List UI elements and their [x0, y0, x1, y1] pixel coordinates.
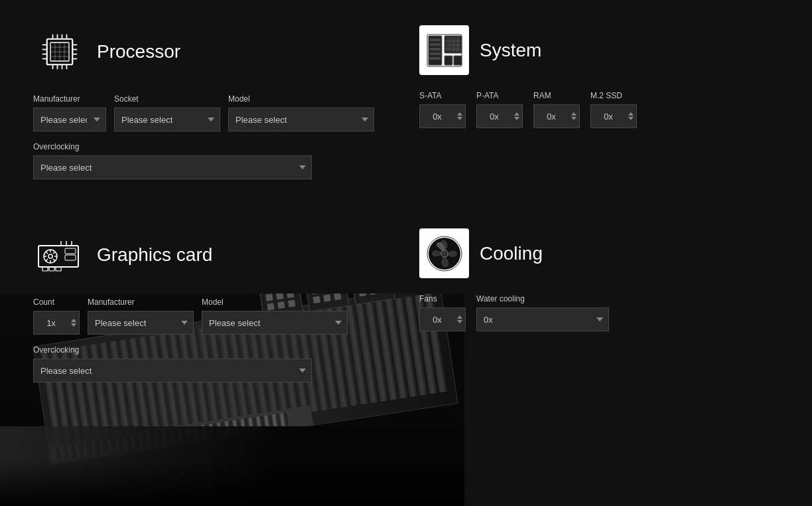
svg-line-51: [46, 259, 48, 261]
graphics-manufacturer-label: Manufacturer: [88, 297, 194, 307]
processor-overclocking-label: Overclocking: [33, 142, 312, 151]
svg-rect-32: [446, 37, 460, 52]
cooling-water-group: Water cooling 0x 1x 2x: [476, 294, 609, 331]
graphics-manufacturer-group: Manufacturer Please select: [88, 297, 194, 335]
system-section: System S-ATA 0x 1x 2x 4x 8x P-ATA 0x 1x …: [406, 13, 792, 203]
system-m2ssd-select[interactable]: 0x 1x 2x: [590, 104, 637, 128]
system-sata-select[interactable]: 0x 1x 2x 4x 8x: [419, 104, 466, 128]
system-title: System: [480, 40, 541, 61]
processor-icon: [33, 25, 86, 78]
cooling-fans-group: Fans 0x 1x 2x 3x 4x: [419, 294, 466, 331]
svg-rect-30: [430, 57, 440, 60]
graphics-overclocking-group: Overclocking Please select: [33, 345, 312, 382]
graphics-title: Graphics card: [97, 244, 212, 266]
system-icon: [419, 25, 469, 75]
system-header: System: [419, 25, 779, 75]
system-m2ssd-label: M.2 SSD: [590, 91, 637, 100]
svg-point-43: [48, 254, 52, 258]
cooling-icon: [419, 228, 469, 278]
graphics-fields-row2: Overclocking Please select: [33, 345, 393, 382]
processor-section: Processor Manufacturer Please select Soc…: [20, 13, 406, 203]
svg-line-50: [53, 252, 55, 254]
system-fields-row: S-ATA 0x 1x 2x 4x 8x P-ATA 0x 1x 2x RAM: [419, 91, 779, 128]
processor-fields-row2: Overclocking Please select: [33, 142, 393, 179]
cooling-water-label: Water cooling: [476, 294, 609, 303]
svg-rect-28: [430, 48, 440, 50]
graphics-model-label: Model: [202, 297, 348, 307]
cooling-header: Cooling: [419, 228, 779, 278]
system-pata-label: P-ATA: [476, 91, 523, 100]
cooling-fields-row: Fans 0x 1x 2x 3x 4x Water cooling 0x 1x …: [419, 294, 779, 331]
graphics-fields-row1: Count 1x 2x 3x 4x Manufacturer Please se…: [33, 297, 393, 335]
processor-overclocking-select[interactable]: Please select: [33, 155, 312, 179]
svg-rect-58: [65, 248, 76, 254]
processor-manufacturer-select[interactable]: Please select: [33, 108, 106, 131]
processor-manufacturer-label: Manufacturer: [33, 94, 106, 104]
graphics-count-select[interactable]: 1x 2x 3x 4x: [33, 311, 80, 335]
processor-socket-label: Socket: [114, 94, 220, 104]
system-pata-select[interactable]: 0x 1x 2x: [476, 104, 523, 128]
system-m2ssd-group: M.2 SSD 0x 1x 2x: [590, 91, 637, 128]
cooling-fans-label: Fans: [419, 294, 466, 303]
svg-rect-39: [444, 56, 452, 65]
processor-fields-row1: Manufacturer Please select Socket Please…: [33, 94, 393, 131]
graphics-count-group: Count 1x 2x 3x 4x: [33, 297, 80, 335]
cooling-section: Cooling Fans 0x 1x 2x 3x 4x Water coolin…: [406, 210, 792, 406]
svg-line-48: [46, 252, 48, 254]
svg-rect-59: [65, 255, 76, 260]
graphics-model-select[interactable]: Please select: [202, 311, 348, 335]
processor-model-label: Model: [228, 94, 374, 104]
svg-line-49: [53, 259, 55, 261]
graphics-overclocking-select[interactable]: Please select: [33, 359, 312, 382]
system-ram-label: RAM: [533, 91, 580, 100]
graphics-section: Graphics card Count 1x 2x 3x 4x Manufact…: [20, 210, 406, 406]
graphics-overclocking-label: Overclocking: [33, 345, 312, 355]
cooling-title: Cooling: [480, 243, 543, 264]
svg-rect-40: [454, 56, 462, 65]
processor-socket-select[interactable]: Please select: [114, 108, 220, 131]
svg-point-63: [443, 252, 446, 255]
cooling-water-select[interactable]: 0x 1x 2x: [476, 307, 609, 331]
svg-rect-29: [430, 52, 440, 55]
processor-model-select[interactable]: Please select: [228, 108, 374, 131]
graphics-icon: [33, 228, 86, 282]
system-ram-group: RAM 0x 1x 2x 4x 8x: [533, 91, 580, 128]
processor-overclocking-group: Overclocking Please select: [33, 142, 312, 179]
processor-header: Processor: [33, 25, 393, 78]
cooling-fans-select[interactable]: 0x 1x 2x 3x 4x: [419, 307, 466, 331]
graphics-manufacturer-select[interactable]: Please select: [88, 311, 194, 335]
processor-title: Processor: [97, 41, 180, 62]
system-ram-select[interactable]: 0x 1x 2x 4x 8x: [533, 104, 580, 128]
graphics-count-label: Count: [33, 297, 80, 307]
processor-manufacturer-group: Manufacturer Please select: [33, 94, 106, 131]
svg-rect-26: [430, 39, 440, 41]
system-pata-group: P-ATA 0x 1x 2x: [476, 91, 523, 128]
system-sata-label: S-ATA: [419, 91, 466, 100]
graphics-header: Graphics card: [33, 228, 393, 282]
processor-socket-group: Socket Please select: [114, 94, 220, 131]
graphics-model-group: Model Please select: [202, 297, 348, 335]
processor-model-group: Model Please select: [228, 94, 374, 131]
system-sata-group: S-ATA 0x 1x 2x 4x 8x: [419, 91, 466, 128]
svg-rect-27: [430, 43, 440, 46]
